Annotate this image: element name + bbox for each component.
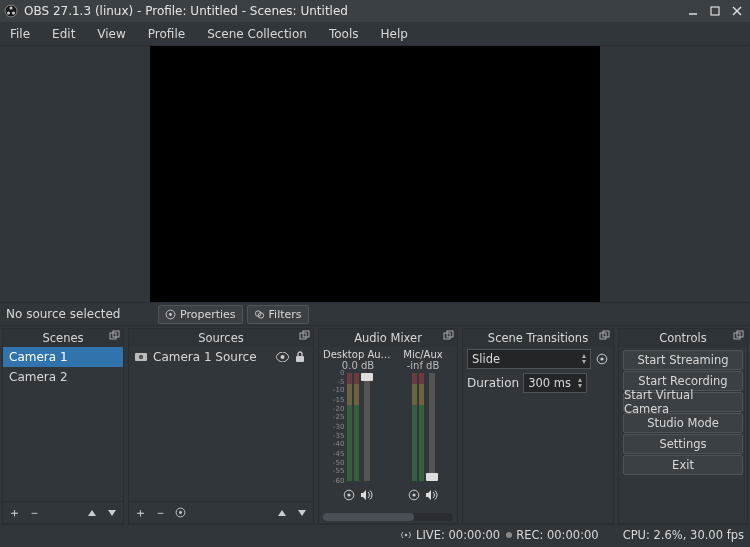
svg-point-31 bbox=[600, 357, 603, 360]
minimize-button[interactable] bbox=[684, 3, 702, 19]
filters-button[interactable]: Filters bbox=[247, 305, 309, 324]
sources-header: Sources bbox=[129, 329, 313, 347]
preview-area bbox=[0, 46, 750, 302]
menu-file[interactable]: File bbox=[6, 25, 34, 43]
source-item[interactable]: Camera 1 Source bbox=[129, 347, 313, 367]
volume-fader[interactable] bbox=[429, 373, 435, 481]
scene-item[interactable]: Camera 2 bbox=[3, 367, 123, 387]
menu-edit[interactable]: Edit bbox=[48, 25, 79, 43]
scene-up-button[interactable] bbox=[85, 508, 99, 518]
channel-config-button[interactable] bbox=[342, 488, 356, 502]
settings-button[interactable]: Settings bbox=[623, 434, 743, 454]
scenes-title: Scenes bbox=[42, 331, 83, 345]
maximize-button[interactable] bbox=[706, 3, 724, 19]
scene-item[interactable]: Camera 1 bbox=[3, 347, 123, 367]
properties-button[interactable]: Properties bbox=[158, 305, 243, 324]
menu-tools[interactable]: Tools bbox=[325, 25, 363, 43]
remove-scene-button[interactable]: － bbox=[27, 506, 41, 519]
svg-point-9 bbox=[169, 313, 172, 316]
scene-down-button[interactable] bbox=[105, 508, 119, 518]
controls-panel: Controls Start Streaming Start Recording… bbox=[618, 328, 748, 524]
mixer-scrollbar[interactable] bbox=[323, 513, 453, 521]
mixer-channel: Mic/Aux -inf dB bbox=[393, 349, 453, 513]
source-up-button[interactable] bbox=[275, 508, 289, 518]
menu-view[interactable]: View bbox=[93, 25, 129, 43]
lock-icon[interactable] bbox=[293, 350, 307, 364]
level-meter bbox=[354, 373, 359, 481]
scenes-list[interactable]: Camera 1 Camera 2 bbox=[3, 347, 123, 501]
preview-canvas[interactable] bbox=[150, 46, 600, 302]
transitions-panel: Scene Transitions Slide ▴▾ Duration 300 … bbox=[462, 328, 614, 524]
controls-header: Controls bbox=[619, 329, 747, 347]
meter-ticks: 0-5-10-15-20-25-30-35-40-45-50-55-60 bbox=[333, 373, 347, 481]
svg-point-18 bbox=[280, 355, 284, 359]
filters-icon bbox=[254, 309, 265, 320]
remove-source-button[interactable]: － bbox=[153, 506, 167, 519]
dock-icon[interactable] bbox=[443, 330, 455, 342]
add-source-button[interactable]: ＋ bbox=[133, 506, 147, 519]
svg-point-3 bbox=[12, 12, 15, 15]
dock-icon[interactable] bbox=[599, 330, 611, 342]
mute-button[interactable] bbox=[360, 488, 374, 502]
source-config-button[interactable] bbox=[173, 507, 187, 518]
volume-fader[interactable] bbox=[364, 373, 370, 481]
chevron-updown-icon: ▴▾ bbox=[578, 377, 582, 389]
titlebar: OBS 27.1.3 (linux) - Profile: Untitled -… bbox=[0, 0, 750, 22]
sources-list[interactable]: Camera 1 Source bbox=[129, 347, 313, 501]
source-down-button[interactable] bbox=[295, 508, 309, 518]
dock-icon[interactable] bbox=[733, 330, 745, 342]
source-name: Camera 1 Source bbox=[153, 350, 257, 364]
chevron-updown-icon: ▴▾ bbox=[582, 353, 586, 365]
menu-help[interactable]: Help bbox=[376, 25, 411, 43]
svg-rect-5 bbox=[711, 7, 719, 15]
svg-point-2 bbox=[7, 12, 10, 15]
close-button[interactable] bbox=[728, 3, 746, 19]
start-streaming-button[interactable]: Start Streaming bbox=[623, 350, 743, 370]
app-icon bbox=[4, 4, 18, 18]
mixer-title: Audio Mixer bbox=[354, 331, 422, 345]
duration-value: 300 ms bbox=[528, 376, 571, 390]
scene-name: Camera 2 bbox=[9, 370, 68, 384]
menu-scene-collection[interactable]: Scene Collection bbox=[203, 25, 311, 43]
audio-mixer-panel: Audio Mixer Desktop Audio 0.0 dB 0-5-10-… bbox=[318, 328, 458, 524]
transition-select[interactable]: Slide ▴▾ bbox=[467, 349, 591, 369]
svg-point-17 bbox=[139, 355, 143, 359]
visibility-icon[interactable] bbox=[275, 350, 289, 364]
source-info-bar: No source selected Properties Filters bbox=[0, 302, 750, 326]
scenes-toolbar: ＋ － bbox=[3, 501, 123, 523]
add-scene-button[interactable]: ＋ bbox=[7, 506, 21, 519]
menu-profile[interactable]: Profile bbox=[144, 25, 189, 43]
svg-rect-19 bbox=[296, 356, 304, 362]
scrollbar-thumb[interactable] bbox=[323, 513, 414, 521]
channel-db: -inf dB bbox=[407, 360, 440, 371]
sources-toolbar: ＋ － bbox=[129, 501, 313, 523]
exit-button[interactable]: Exit bbox=[623, 455, 743, 475]
mixer-header: Audio Mixer bbox=[319, 329, 457, 347]
fader-knob[interactable] bbox=[361, 373, 373, 381]
fader-knob[interactable] bbox=[426, 473, 438, 481]
svg-point-27 bbox=[412, 493, 415, 496]
status-live: LIVE: 00:00:00 bbox=[400, 528, 500, 542]
start-virtual-camera-button[interactable]: Start Virtual Camera bbox=[623, 392, 743, 412]
scenes-panel: Scenes Camera 1 Camera 2 ＋ － bbox=[2, 328, 124, 524]
mute-button[interactable] bbox=[425, 488, 439, 502]
menubar: File Edit View Profile Scene Collection … bbox=[0, 22, 750, 46]
svg-point-21 bbox=[179, 511, 182, 514]
studio-mode-button[interactable]: Studio Mode bbox=[623, 413, 743, 433]
dock-icon[interactable] bbox=[299, 330, 311, 342]
level-meter bbox=[412, 373, 417, 481]
channel-name: Desktop Audio bbox=[323, 349, 393, 360]
channel-config-button[interactable] bbox=[407, 488, 421, 502]
scenes-header: Scenes bbox=[3, 329, 123, 347]
rec-text: REC: 00:00:00 bbox=[516, 528, 598, 542]
duration-spinbox[interactable]: 300 ms ▴▾ bbox=[523, 373, 587, 393]
svg-point-34 bbox=[405, 534, 408, 537]
svg-point-25 bbox=[347, 493, 350, 496]
transition-config-button[interactable] bbox=[595, 352, 609, 366]
live-text: LIVE: 00:00:00 bbox=[416, 528, 500, 542]
transitions-title: Scene Transitions bbox=[488, 331, 588, 345]
dock-icon[interactable] bbox=[109, 330, 121, 342]
window-title: OBS 27.1.3 (linux) - Profile: Untitled -… bbox=[24, 4, 678, 18]
channel-name: Mic/Aux bbox=[393, 349, 453, 360]
mixer-channel: Desktop Audio 0.0 dB 0-5-10-15-20-25-30-… bbox=[323, 349, 393, 513]
